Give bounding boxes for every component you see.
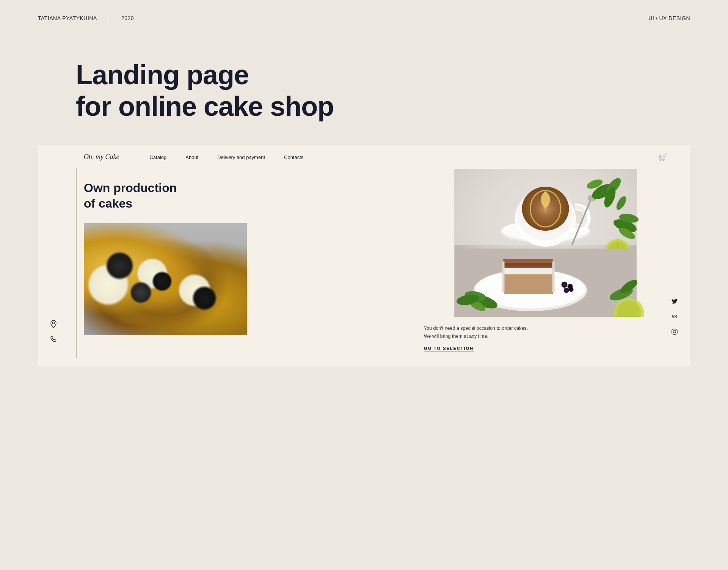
nav-links: Catalog About Delivery and payment Conta… [149,154,303,161]
svg-point-41 [223,261,229,266]
svg-point-45 [105,309,131,331]
svg-point-20 [199,260,212,270]
svg-point-11 [138,267,152,278]
svg-rect-1 [84,223,247,335]
svg-rect-86 [552,261,554,292]
hero-title: Own production of cakes [84,169,409,212]
svg-point-28 [195,304,209,315]
vk-icon[interactable]: VK [671,313,678,320]
svg-point-33 [206,297,215,305]
twitter-icon[interactable] [671,298,678,305]
description-area: You don't need a special occasion to ord… [416,317,675,351]
svg-rect-5 [145,241,154,254]
svg-point-43 [219,271,225,275]
svg-point-100 [53,322,55,324]
portfolio-header: TATIANA PYATYKHINA | 2020 UI / UX DESIGN [0,0,728,36]
svg-point-25 [173,288,222,331]
phone-icon[interactable] [50,335,57,343]
tarts-svg [84,223,247,335]
svg-point-35 [119,297,166,335]
svg-line-49 [110,312,126,328]
svg-point-38 [141,316,146,321]
hero-title-line2: of cakes [84,197,132,210]
svg-point-37 [133,308,147,320]
header-divider: | [108,15,110,21]
main-title: Landing page for online cake shop [76,59,690,122]
svg-point-13 [133,271,137,276]
site-logo[interactable]: Oh, my Cake [84,153,119,161]
go-to-selection-button[interactable]: GO TO SELECTION [424,346,667,351]
svg-point-90 [563,288,569,293]
svg-point-6 [112,248,169,297]
svg-point-23 [202,255,214,263]
svg-point-9 [129,261,145,275]
nav-contacts[interactable]: Contacts [284,154,303,161]
hero-right: You don't need a special occasion to ord… [409,169,675,351]
svg-point-22 [201,266,205,270]
svg-point-27 [188,299,204,313]
food-photo-svg [416,169,675,317]
svg-point-88 [561,282,567,288]
svg-point-18 [183,247,220,279]
site-main-content: Own production of cakes [38,169,690,366]
hero-left: Own production of cakes [84,169,409,351]
svg-point-102 [673,331,676,333]
svg-point-12 [137,272,143,277]
svg-point-32 [202,300,212,307]
website-mockup: Oh, my Cake Catalog About Delivery and p… [38,145,690,367]
svg-rect-4 [143,242,156,280]
left-sidebar-icons [50,320,57,343]
location-icon[interactable] [50,320,57,328]
svg-rect-101 [672,329,677,334]
svg-point-31 [190,312,194,315]
site-nav: Oh, my Cake Catalog About Delivery and p… [38,145,690,169]
svg-point-44 [218,276,224,279]
nav-delivery[interactable]: Delivery and payment [217,154,265,161]
svg-point-30 [198,311,203,316]
svg-point-24 [170,287,225,334]
svg-point-46 [107,311,129,329]
svg-marker-2 [122,246,182,280]
svg-point-16 [175,241,228,288]
svg-marker-3 [122,246,182,280]
site-description: You don't need a special occasion to ord… [424,324,667,341]
svg-point-21 [195,264,200,269]
nav-catalog[interactable]: Catalog [149,154,166,161]
author-info: TATIANA PYATYKHINA | 2020 [38,15,134,21]
svg-point-42 [221,266,227,271]
svg-point-8 [121,254,160,288]
svg-line-40 [220,261,228,291]
svg-point-15 [147,260,155,268]
svg-line-50 [110,312,126,328]
svg-point-17 [177,243,226,285]
svg-point-10 [131,263,143,273]
svg-point-91 [569,287,573,292]
main-title-line2: for online cake shop [76,91,334,121]
hero-title-line1: Own production [84,181,177,195]
svg-rect-85 [503,259,553,263]
svg-point-14 [143,262,154,269]
svg-rect-0 [84,223,247,335]
svg-point-34 [117,295,168,335]
portfolio-year: 2020 [121,15,134,21]
svg-point-39 [136,318,141,322]
right-sidebar-icons: VK [671,298,678,335]
author-name: TATIANA PYATYKHINA [38,15,97,21]
cart-icon[interactable]: 🛒 [659,153,667,161]
svg-rect-87 [502,261,504,292]
svg-point-29 [193,309,198,314]
svg-point-36 [125,301,160,332]
svg-point-19 [192,255,207,268]
main-title-section: Landing page for online cake shop [0,36,728,145]
svg-rect-81 [504,271,553,294]
right-hero-image [416,169,675,317]
nav-about[interactable]: About [185,154,198,161]
main-title-line1: Landing page [76,60,249,90]
cake-tarts-image [84,223,247,335]
portfolio-type: UI / UX DESIGN [648,15,690,21]
svg-point-103 [676,330,676,331]
svg-point-7 [115,250,166,294]
svg-point-26 [179,293,217,325]
instagram-icon[interactable] [671,328,678,335]
